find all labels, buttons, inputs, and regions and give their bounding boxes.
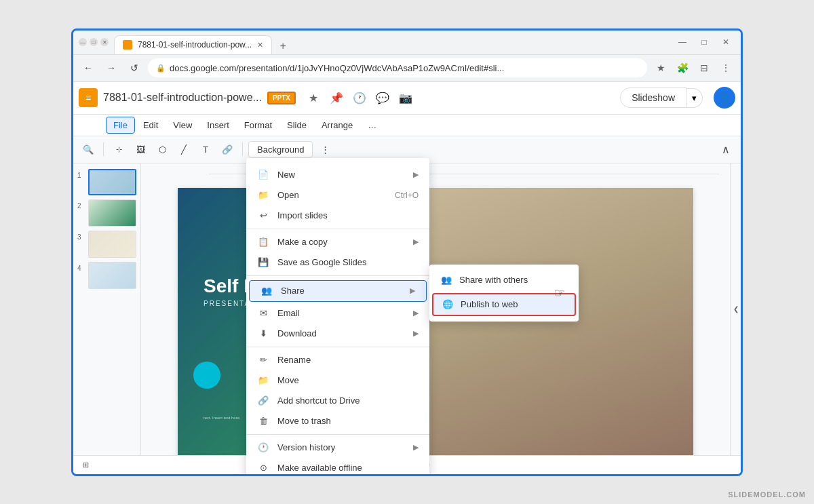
share-arrow: ▶ — [410, 286, 415, 295]
watermark: SLIDEMODEL.COM — [728, 490, 806, 499]
file-menu-save-google[interactable]: 💾 Save as Google Slides — [246, 252, 429, 273]
extension-button[interactable]: 🧩 — [673, 58, 692, 77]
menu-item-more[interactable]: … — [361, 117, 383, 133]
slide-thumb-1[interactable]: 1 — [77, 169, 136, 196]
file-menu-share[interactable]: 👥 Share ▶ — [249, 280, 427, 302]
browser-minimize-button[interactable]: — — [673, 35, 692, 49]
toolbar-image-button[interactable]: 🖼 — [131, 140, 150, 159]
slide-num-1: 1 — [77, 169, 85, 179]
browser-window: — □ ✕ 7881-01-self-introduction-pow... ✕… — [71, 28, 743, 476]
toolbar-more-button[interactable]: ⋮ — [315, 140, 334, 159]
browser-close-button[interactable]: ✕ — [716, 35, 735, 49]
slides-panel: 1 2 3 4 — [73, 163, 141, 455]
slide-preview-1[interactable] — [88, 169, 136, 196]
minimize-button[interactable]: — — [79, 38, 87, 46]
toolbar-search-button[interactable]: 🔍 — [79, 140, 98, 159]
file-menu-section-4: ✏ Rename 📁 Move 🔗 Add shortcut to Drive … — [246, 347, 429, 435]
menu-item-edit[interactable]: Edit — [136, 117, 165, 133]
slide-num-4: 4 — [77, 262, 85, 272]
new-arrow: ▶ — [413, 170, 419, 179]
profile-button[interactable]: ⊟ — [695, 58, 714, 77]
share-others-icon: 👥 — [440, 274, 452, 286]
share-account-button[interactable]: 👤 — [714, 87, 735, 109]
save-google-icon: 💾 — [257, 256, 269, 269]
file-menu-import[interactable]: ↩ Import slides — [246, 206, 429, 226]
share-with-others-item[interactable]: 👥 Share with others ☞ — [429, 269, 579, 292]
slide-preview-3[interactable] — [88, 231, 136, 258]
window-controls: — □ ✕ — [673, 35, 735, 49]
publish-label: Publish to web — [461, 299, 518, 309]
version-icon: 🕐 — [257, 442, 269, 454]
toolbar-line-button[interactable]: ╱ — [174, 140, 193, 159]
rename-icon: ✏ — [257, 354, 269, 366]
tab-close-button[interactable]: ✕ — [257, 41, 263, 50]
slides-header: ≡ 7881-01-self-introduction-powe... PPTX… — [73, 82, 741, 115]
file-menu-version[interactable]: 🕐 Version history ▶ — [246, 438, 429, 458]
move-icon: 📁 — [257, 374, 269, 387]
slide-thumb-4[interactable]: 4 — [77, 262, 136, 289]
address-bar[interactable]: 🔒 docs.google.com/presentation/d/1joJvYH… — [148, 58, 647, 77]
file-menu-section-2: 📋 Make a copy ▶ 💾 Save as Google Slides — [246, 229, 429, 276]
download-icon: ⬇ — [257, 328, 269, 340]
shortcut-label: Add shortcut to Drive — [277, 395, 419, 406]
toolbar-textbox-button[interactable]: T — [196, 140, 215, 159]
tab-title: 7881-01-self-introduction-pow... — [138, 40, 252, 50]
slide-thumb-3[interactable]: 3 — [77, 231, 136, 258]
file-menu-open[interactable]: 📁 Open Ctrl+O — [246, 185, 429, 206]
new-tab-button[interactable]: + — [275, 38, 291, 54]
back-button[interactable]: ← — [79, 58, 98, 77]
file-menu-copy[interactable]: 📋 Make a copy ▶ — [246, 232, 429, 252]
menu-item-format[interactable]: Format — [237, 117, 279, 133]
refresh-button[interactable]: ↺ — [125, 58, 144, 77]
slide-preview-4[interactable] — [88, 262, 136, 289]
close-window-button[interactable]: ✕ — [100, 38, 109, 46]
cursor-icon: ☞ — [554, 286, 565, 301]
file-menu-move[interactable]: 📁 Move — [246, 370, 429, 391]
menu-button[interactable]: ⋮ — [716, 58, 735, 77]
file-menu-trash[interactable]: 🗑 Move to trash — [246, 411, 429, 431]
file-menu-download[interactable]: ⬇ Download ▶ — [246, 324, 429, 344]
browser-maximize-button[interactable]: □ — [695, 35, 714, 49]
menu-item-insert[interactable]: Insert — [200, 117, 236, 133]
file-menu-rename[interactable]: ✏ Rename — [246, 350, 429, 370]
download-arrow: ▶ — [413, 329, 419, 338]
lock-icon: 🔒 — [156, 64, 166, 73]
share-others-label: Share with others — [459, 275, 528, 285]
slideshow-dropdown-button[interactable]: ▾ — [686, 88, 703, 108]
menu-item-arrange[interactable]: Arrange — [315, 117, 360, 133]
camera-icon[interactable]: 📷 — [396, 88, 415, 107]
grid-view-button[interactable]: ⊞ — [79, 458, 92, 471]
toolbar-shape-button[interactable]: ⬡ — [153, 140, 172, 159]
maximize-button[interactable]: □ — [90, 38, 98, 46]
menu-item-slide[interactable]: Slide — [280, 117, 313, 133]
tab-favicon — [123, 40, 132, 50]
shortcut-icon: 🔗 — [257, 395, 269, 407]
file-menu-offline[interactable]: ⊙ Make available offline — [246, 458, 429, 476]
comment-icon[interactable]: 💬 — [373, 88, 392, 107]
file-menu-new[interactable]: 📄 New ▶ — [246, 165, 429, 185]
file-menu-email[interactable]: ✉ Email ▶ — [246, 303, 429, 324]
move-icon[interactable]: 📌 — [327, 88, 346, 107]
toolbar-link-button[interactable]: 🔗 — [218, 140, 237, 159]
toolbar-select-button[interactable]: ⊹ — [109, 140, 128, 159]
slide-thumb-2[interactable]: 2 — [77, 199, 136, 227]
offline-icon: ⊙ — [257, 462, 269, 474]
slideshow-main-button[interactable]: Slideshow — [620, 88, 686, 108]
bookmark-button[interactable]: ★ — [651, 58, 670, 77]
background-button[interactable]: Background — [248, 141, 313, 158]
rename-label: Rename — [277, 355, 419, 365]
active-tab[interactable]: 7881-01-self-introduction-pow... ✕ — [114, 35, 272, 54]
menu-item-view[interactable]: View — [166, 117, 199, 133]
slide-preview-2[interactable] — [88, 199, 136, 227]
toolbar-collapse-button[interactable]: ∧ — [716, 140, 735, 159]
forward-button[interactable]: → — [102, 58, 121, 77]
star-icon[interactable]: ★ — [304, 88, 323, 107]
toolbar-right: ∧ — [716, 140, 735, 159]
version-arrow: ▶ — [413, 443, 419, 452]
right-panel-collapse-button[interactable]: ❮ — [730, 163, 741, 455]
menu-item-file[interactable]: File — [106, 117, 135, 134]
address-text: docs.google.com/presentation/d/1joJvYHno… — [170, 63, 639, 73]
file-menu-shortcut[interactable]: 🔗 Add shortcut to Drive — [246, 391, 429, 411]
slide-small-text: text. Insert text here. — [204, 416, 241, 420]
history-icon[interactable]: 🕐 — [350, 88, 369, 107]
